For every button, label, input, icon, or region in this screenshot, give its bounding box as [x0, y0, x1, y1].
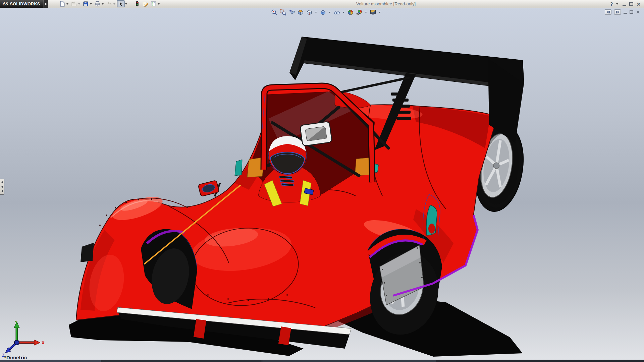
select-cursor-icon: [118, 1, 123, 7]
side-window-teal-left: [235, 160, 242, 176]
undo-icon: [106, 1, 112, 7]
document-close-button[interactable]: ✕: [636, 10, 640, 14]
chevron-left-icon: [1, 185, 3, 188]
select-cursor-button[interactable]: [117, 0, 125, 7]
checklist-dropdown[interactable]: [158, 3, 160, 5]
section-view-button[interactable]: [297, 9, 304, 16]
view-orientation-dropdown[interactable]: [315, 12, 317, 13]
document-window-controls: ✕: [605, 9, 640, 15]
left-mirror[interactable]: [198, 180, 220, 196]
view-settings-icon: [370, 9, 376, 16]
open-icon: [71, 1, 77, 7]
apply-scene-icon: [356, 9, 363, 16]
solidworks-logo: SS SOLIDWORKS: [0, 0, 44, 8]
help-button[interactable]: ?: [610, 1, 613, 7]
edit-appearance-icon: [347, 9, 354, 16]
traffic-light-icon: [135, 1, 140, 7]
triad-y-label: Y: [15, 320, 18, 325]
display-style-button[interactable]: [319, 9, 327, 16]
zoom-to-area-button[interactable]: [279, 9, 287, 16]
display-style-dropdown[interactable]: [329, 12, 331, 13]
zoom-to-area-icon: [280, 9, 286, 16]
pane-bar-icon: [608, 11, 610, 13]
center-mirror-housing[interactable]: [300, 121, 332, 146]
collapse-left-pane-button[interactable]: [605, 9, 611, 15]
traffic-light-button[interactable]: [133, 0, 141, 7]
edit-appearance-button[interactable]: [346, 9, 354, 16]
zoom-to-fit-button[interactable]: [270, 9, 278, 16]
chevron-left-icon: [1, 190, 3, 192]
select-cursor-dropdown[interactable]: [125, 3, 127, 5]
collapsed-feature-tree-tab[interactable]: [0, 179, 4, 195]
collapse-right-pane-button[interactable]: [614, 9, 621, 15]
pane-bar-icon: [616, 11, 618, 13]
graphics-viewport[interactable]: ✕ Y X Z *Dimetric: [0, 8, 644, 362]
display-style-icon: [320, 9, 326, 16]
help-dropdown[interactable]: [616, 3, 618, 5]
document-title: Voiture assomblee [Read-only]: [356, 1, 416, 6]
document-restore-button[interactable]: [630, 10, 633, 14]
nose-vent: [80, 243, 94, 262]
window-controls: ? ✕: [610, 0, 641, 8]
print-button[interactable]: [93, 0, 101, 7]
chevron-right-icon: [618, 11, 619, 13]
titlebar: SS SOLIDWORKS: [0, 0, 644, 8]
section-view-icon: [297, 9, 304, 16]
chevron-right-icon: [45, 3, 47, 5]
print-dropdown[interactable]: [102, 3, 104, 5]
open-dropdown[interactable]: [78, 3, 80, 5]
document-minimize-button[interactable]: [624, 13, 627, 14]
undo-button[interactable]: [105, 0, 113, 7]
previous-view-button[interactable]: [288, 9, 296, 16]
triad-x-label: X: [42, 340, 45, 345]
bottom-edge-strip: [0, 360, 644, 362]
save-button[interactable]: [82, 0, 90, 7]
undo-dropdown[interactable]: [113, 3, 115, 5]
zoom-to-fit-icon: [271, 9, 278, 16]
hide-show-items-icon: [333, 9, 340, 16]
view-orientation-icon: [306, 9, 313, 16]
race-car-model[interactable]: [0, 8, 644, 362]
minimize-button[interactable]: [623, 5, 626, 6]
view-orientation-button[interactable]: [305, 9, 313, 16]
apply-scene-button[interactable]: [355, 9, 363, 16]
new-document-button[interactable]: [58, 0, 66, 7]
notepad-pencil-icon: [143, 1, 148, 7]
new-document-icon: [59, 1, 65, 7]
previous-view-icon: [288, 9, 295, 16]
hide-show-items-button[interactable]: [333, 9, 340, 16]
main-toolbar: [58, 0, 161, 7]
orientation-triad: Y X Z: [1, 319, 52, 359]
solidworks-window: SS SOLIDWORKS: [0, 0, 644, 362]
menu-expand-button[interactable]: [44, 0, 48, 8]
view-settings-button[interactable]: [369, 9, 377, 16]
chevron-left-icon: [1, 181, 3, 184]
print-icon: [95, 1, 100, 7]
view-settings-dropdown[interactable]: [379, 12, 381, 13]
heads-up-view-toolbar: [270, 9, 382, 16]
solidworks-logo-mark: SS: [2, 1, 8, 7]
notepad-pencil-button[interactable]: [141, 0, 149, 7]
save-icon: [83, 1, 89, 7]
checklist-icon: [151, 1, 156, 7]
restore-button[interactable]: [629, 2, 633, 6]
apply-scene-dropdown[interactable]: [365, 12, 367, 13]
hide-show-items-dropdown[interactable]: [342, 12, 344, 13]
checklist-button[interactable]: [149, 0, 157, 7]
close-button[interactable]: ✕: [636, 2, 641, 7]
new-document-dropdown[interactable]: [66, 3, 68, 5]
save-dropdown[interactable]: [90, 3, 92, 5]
open-button[interactable]: [70, 0, 78, 7]
solidworks-logo-text: SOLIDWORKS: [10, 2, 40, 6]
chevron-left-icon: [607, 11, 608, 13]
